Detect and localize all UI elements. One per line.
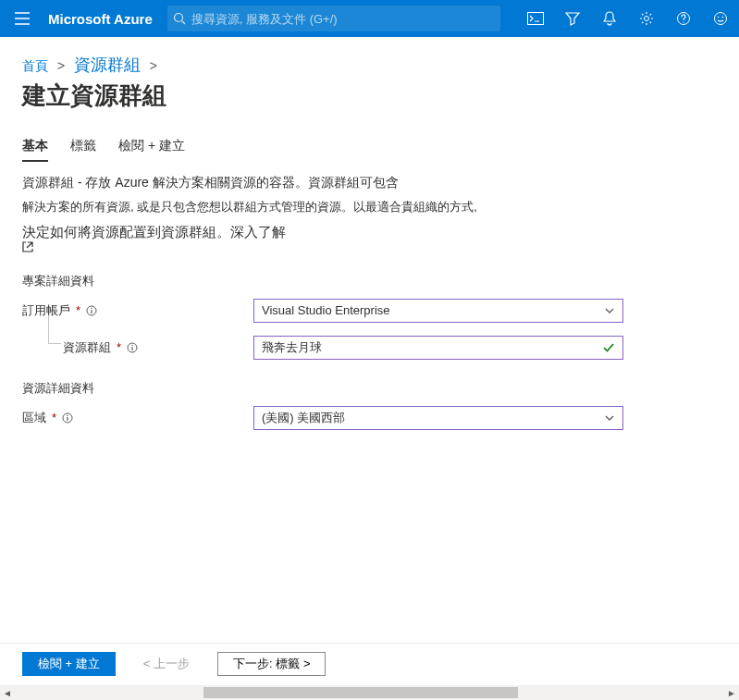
next-button[interactable]: 下一步: 標籤 > (217, 652, 326, 676)
brand-label: Microsoft Azure (44, 11, 167, 27)
section-resource-details: 資源詳細資料 (22, 380, 717, 397)
svg-point-6 (718, 17, 720, 18)
help-button[interactable] (665, 0, 702, 37)
svg-point-3 (645, 17, 649, 21)
help-icon (676, 11, 691, 26)
tab-review[interactable]: 檢閱 + 建立 (118, 134, 185, 162)
external-link-icon[interactable] (22, 241, 717, 252)
input-resource-group[interactable]: 飛奔去月球 (253, 336, 623, 360)
svg-point-0 (174, 14, 182, 22)
hamburger-icon (15, 12, 30, 25)
top-bar: Microsoft Azure (0, 0, 739, 37)
tabs: 基本 標籤 檢閱 + 建立 (22, 134, 717, 162)
tab-basics[interactable]: 基本 (22, 134, 48, 162)
label-region-text: 區域 (22, 410, 46, 426)
gear-icon (639, 11, 654, 26)
svg-point-9 (91, 307, 92, 308)
row-subscription: 訂用帳戶 * Visual Studio Enterprise (22, 299, 717, 323)
cloud-shell-icon (527, 12, 544, 25)
input-resource-group-value: 飛奔去月球 (262, 339, 322, 356)
select-subscription-value: Visual Studio Enterprise (262, 303, 390, 317)
info-icon[interactable] (62, 412, 73, 424)
scroll-thumb[interactable] (203, 687, 518, 698)
label-resource-group-text: 資源群組 (63, 339, 111, 356)
review-create-button[interactable]: 檢閱 + 建立 (22, 652, 116, 676)
hamburger-menu[interactable] (0, 0, 44, 37)
description-prefix: 決定如何將資源配置到資源群組。 (22, 224, 230, 239)
label-region: 區域 * (22, 410, 253, 426)
svg-line-1 (181, 21, 185, 25)
svg-point-5 (715, 13, 727, 25)
check-icon (602, 341, 615, 354)
breadcrumb-current[interactable]: 資源群組 (74, 55, 141, 74)
required-marker: * (117, 340, 121, 354)
content-area: 首頁 > 資源群組 > 建立資源群組 基本 標籤 檢閱 + 建立 資源群組 - … (0, 37, 739, 643)
chevron-down-icon (604, 305, 615, 316)
learn-more-link[interactable]: 深入了解 (230, 224, 286, 239)
svg-point-15 (67, 414, 68, 415)
notifications-button[interactable] (591, 0, 628, 37)
feedback-button[interactable] (702, 0, 739, 37)
bell-icon (603, 11, 616, 26)
horizontal-scrollbar[interactable]: ◄ ► (0, 685, 739, 700)
svg-rect-2 (528, 13, 544, 25)
description-line2: 解決方案的所有資源, 或是只包含您想以群組方式管理的資源。以最適合貴組織的方式, (22, 198, 614, 216)
page-title: 建立資源群組 (22, 80, 717, 112)
settings-button[interactable] (628, 0, 665, 37)
breadcrumb-home[interactable]: 首頁 (22, 58, 48, 73)
smiley-icon (713, 11, 728, 26)
breadcrumb: 首頁 > 資源群組 > (22, 54, 717, 76)
row-region: 區域 * (美國) 美國西部 (22, 406, 717, 430)
select-subscription[interactable]: Visual Studio Enterprise (253, 299, 623, 323)
footer: 檢閱 + 建立 < 上一步 下一步: 標籤 > (0, 643, 739, 683)
svg-point-7 (722, 17, 724, 18)
search-input[interactable] (191, 12, 495, 26)
breadcrumb-sep: > (52, 58, 70, 73)
top-actions (517, 0, 739, 37)
description-line3: 決定如何將資源配置到資源群組。深入了解 (22, 224, 717, 252)
required-marker: * (52, 411, 56, 424)
search-icon (173, 12, 186, 25)
select-region-value: (美國) 美國西部 (262, 410, 345, 426)
svg-point-12 (131, 344, 132, 345)
label-subscription: 訂用帳戶 * (22, 302, 253, 319)
svg-rect-16 (67, 417, 68, 421)
info-icon[interactable] (127, 342, 138, 353)
prev-button[interactable]: < 上一步 (129, 652, 204, 676)
breadcrumb-sep-2: > (144, 58, 163, 73)
scroll-right-arrow[interactable]: ► (724, 685, 739, 700)
scroll-left-arrow[interactable]: ◄ (0, 685, 15, 700)
required-marker: * (76, 303, 80, 317)
filter-icon (565, 11, 580, 26)
search-box[interactable] (167, 6, 500, 31)
directory-filter-button[interactable] (554, 0, 591, 37)
label-resource-group: 資源群組 * (22, 339, 253, 356)
label-subscription-text: 訂用帳戶 (22, 302, 70, 319)
cloud-shell-button[interactable] (517, 0, 554, 37)
section-project-details: 專案詳細資料 (22, 273, 717, 289)
info-icon[interactable] (86, 305, 97, 316)
svg-rect-10 (91, 310, 92, 313)
select-region[interactable]: (美國) 美國西部 (253, 406, 623, 430)
chevron-down-icon (604, 412, 615, 424)
svg-rect-13 (131, 347, 132, 350)
description-line1: 資源群組 - 存放 Azure 解決方案相關資源的容器。資源群組可包含 (22, 173, 614, 192)
tab-tags[interactable]: 標籤 (70, 134, 96, 162)
row-resource-group: 資源群組 * 飛奔去月球 (22, 336, 717, 360)
